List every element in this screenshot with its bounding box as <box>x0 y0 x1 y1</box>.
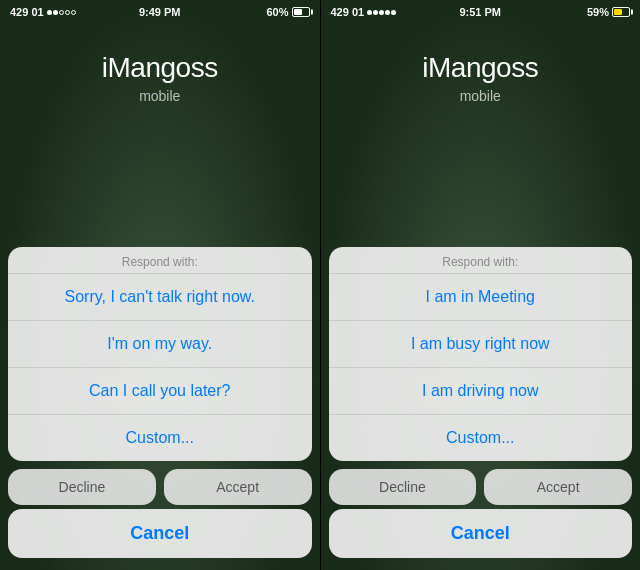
caller-info-1: iMangoss mobile <box>0 22 320 104</box>
signal-icon-2 <box>367 10 396 15</box>
accept-button-2[interactable]: Accept <box>484 469 632 505</box>
respond-item-1-1[interactable]: Sorry, I can't talk right now. <box>8 274 312 321</box>
caller-info-2: iMangoss mobile <box>321 22 641 104</box>
phone-screen-2: 429 01 9:51 PM 59% iMangoss mobile <box>321 0 641 570</box>
dot1 <box>47 10 52 15</box>
bottom-actions-2: Decline Accept <box>329 469 633 505</box>
respond-item-2-3[interactable]: I am driving now <box>329 368 633 415</box>
respond-item-2-2[interactable]: I am busy right now <box>329 321 633 368</box>
signal-text-1: 429 01 <box>10 6 44 18</box>
respond-item-1-3[interactable]: Can I call you later? <box>8 368 312 415</box>
caller-name-2: iMangoss <box>321 52 641 84</box>
status-bar-2: 429 01 9:51 PM 59% <box>321 0 641 22</box>
respond-item-1-4[interactable]: Custom... <box>8 415 312 461</box>
status-right-1: 60% <box>266 6 309 18</box>
cancel-button-1[interactable]: Cancel <box>8 509 312 558</box>
caller-label-1: mobile <box>0 88 320 104</box>
status-left-2: 429 01 <box>331 6 397 18</box>
caller-name-1: iMangoss <box>0 52 320 84</box>
phone-screen-1: 429 01 9:49 PM 60% iMangoss mobile <box>0 0 320 570</box>
dot5-s2 <box>391 10 396 15</box>
battery-pct-1: 60% <box>266 6 288 18</box>
accept-button-1[interactable]: Accept <box>164 469 312 505</box>
signal-icon-1 <box>47 10 76 15</box>
bottom-actions-1: Decline Accept <box>8 469 312 505</box>
respond-item-2-4[interactable]: Custom... <box>329 415 633 461</box>
time-1: 9:49 PM <box>139 6 181 18</box>
modal-overlay-2: Respond with: I am in Meeting I am busy … <box>321 239 641 570</box>
respond-sheet-1: Respond with: Sorry, I can't talk right … <box>8 247 312 461</box>
time-2: 9:51 PM <box>459 6 501 18</box>
battery-icon-2 <box>612 7 630 17</box>
dot1-s2 <box>367 10 372 15</box>
respond-item-2-1[interactable]: I am in Meeting <box>329 274 633 321</box>
dot3 <box>59 10 64 15</box>
modal-overlay-1: Respond with: Sorry, I can't talk right … <box>0 239 320 570</box>
decline-button-1[interactable]: Decline <box>8 469 156 505</box>
status-right-2: 59% <box>587 6 630 18</box>
respond-header-2: Respond with: <box>329 247 633 274</box>
respond-sheet-2: Respond with: I am in Meeting I am busy … <box>329 247 633 461</box>
dot5 <box>71 10 76 15</box>
cancel-button-2[interactable]: Cancel <box>329 509 633 558</box>
dot3-s2 <box>379 10 384 15</box>
dot4-s2 <box>385 10 390 15</box>
dot2 <box>53 10 58 15</box>
decline-button-2[interactable]: Decline <box>329 469 477 505</box>
caller-label-2: mobile <box>321 88 641 104</box>
status-left-1: 429 01 <box>10 6 76 18</box>
battery-icon-1 <box>292 7 310 17</box>
dot4 <box>65 10 70 15</box>
respond-item-1-2[interactable]: I'm on my way. <box>8 321 312 368</box>
dot2-s2 <box>373 10 378 15</box>
status-bar-1: 429 01 9:49 PM 60% <box>0 0 320 22</box>
respond-header-1: Respond with: <box>8 247 312 274</box>
battery-pct-2: 59% <box>587 6 609 18</box>
signal-text-2: 429 01 <box>331 6 365 18</box>
